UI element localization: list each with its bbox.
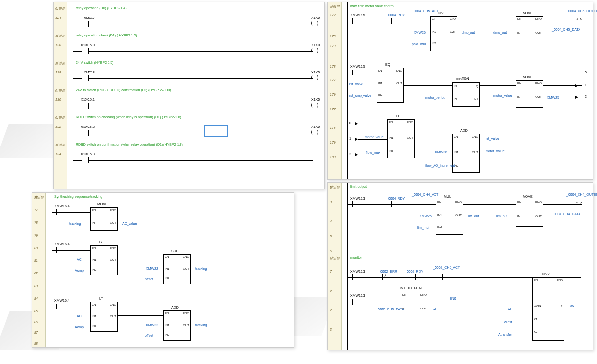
signal: _0004_CH5_DATA <box>552 28 574 31</box>
rung-desc: relay operation (D0) (HYBP2-1.4) <box>76 6 127 10</box>
move-block[interactable]: ENENO INOUT <box>516 200 543 227</box>
block-name: EQ <box>385 63 390 66</box>
row-num: 178 <box>330 126 336 129</box>
ton-block[interactable]: TON INQ PTET <box>452 82 480 107</box>
block-name: INT_TO_REAL <box>400 286 427 290</box>
div-block[interactable]: ENENO IN1OUT IN2 <box>430 16 457 51</box>
contact-label: _0004_RDY <box>386 13 405 17</box>
block-name: MUL <box>444 195 451 198</box>
signal: _0004_CH4_OUTEN <box>566 193 589 196</box>
signal: EN0 <box>450 297 456 300</box>
row-num: 128 <box>55 43 61 47</box>
row-number-gutter <box>328 183 342 350</box>
move-block[interactable]: ENENO INOUT <box>516 16 543 43</box>
signal: tracking <box>69 222 81 225</box>
rung-desc: Synthesizing sequence tracking <box>54 195 102 198</box>
signal: XMW26 <box>414 31 426 34</box>
contact-label: _0004_CH4_ACT <box>412 193 431 196</box>
selection-rect[interactable] <box>204 125 228 137</box>
signal: _0004_CH5_OUTEN <box>566 9 589 13</box>
row-num: 83 <box>34 284 38 288</box>
row-num: 177 <box>330 78 336 82</box>
signal: _0002_CH5_DATA <box>376 308 398 311</box>
signal: AC_value <box>122 222 137 225</box>
signal: AC <box>77 314 82 318</box>
row-num: 132 <box>55 125 61 128</box>
contact-label: X1X0.5.3 <box>81 152 95 156</box>
contact-label: _0004_RDY <box>386 197 405 200</box>
signal: AC <box>77 258 82 261</box>
rung-desc: 24 V switch (HYBP2-1.5) <box>76 61 113 64</box>
desc-tag: 설명문 <box>329 4 340 9</box>
row-num: 82 <box>34 272 38 275</box>
block-name: GT <box>99 240 104 244</box>
block-name: DIV <box>438 11 444 15</box>
contact-label: XMX17 <box>84 16 95 19</box>
add-block[interactable]: ENENO IN1OUT IN2 <box>452 134 480 173</box>
row-num: 86 <box>34 320 38 324</box>
row-number-gutter <box>32 193 46 347</box>
gt-block[interactable]: ENENO IN1OUT IN2 <box>90 245 118 275</box>
row-num: 85 <box>34 309 38 313</box>
move-block[interactable]: ENENO INOUT <box>90 207 118 231</box>
signal: offset <box>145 334 153 337</box>
row-num: 77 <box>34 208 38 212</box>
row-num: 178 <box>330 65 336 68</box>
signal: XMW25 <box>419 214 432 218</box>
row-num: 80 <box>34 246 38 250</box>
eq-block[interactable]: ENENO IN1OUT IN2 <box>377 68 404 103</box>
move-block-2[interactable]: ENENO INOUT <box>516 80 543 108</box>
in-label: 2 <box>349 152 351 156</box>
rung-desc: RDBD switch on confirmation (when relay … <box>76 143 183 146</box>
row-num: 3 <box>330 200 332 204</box>
row-num: 130 <box>55 98 61 101</box>
coil-label: X1X0 <box>311 43 320 47</box>
add-block[interactable]: ENENO IN1OUT IN2 <box>163 310 191 341</box>
block-name: LT <box>99 297 103 300</box>
signal: motor_value <box>493 94 516 97</box>
block-name: SUB <box>171 249 178 253</box>
int-to-real-block[interactable]: ENENO INOUT <box>401 292 428 319</box>
row-num: 79 <box>34 234 38 237</box>
lt-block[interactable]: ENENO IN1OUT IN2 <box>90 302 118 332</box>
signal: motor_value <box>365 135 385 139</box>
signal: AI <box>433 308 436 311</box>
signal: rst_valve <box>486 137 499 140</box>
desc-tag: 설명문 <box>55 34 65 38</box>
contact-label: _0002_CH5_ACT <box>433 266 453 269</box>
contact-label: X1X0.5.2 <box>81 125 95 128</box>
signal: Acmp <box>75 269 84 272</box>
signal: lim_out <box>468 214 479 218</box>
signal: const <box>504 320 512 324</box>
row-num: 172 <box>330 13 336 17</box>
mul-block[interactable]: ENENO IN1OUT IN2 <box>436 200 463 235</box>
signal: rst_cmp_valve <box>349 94 374 97</box>
signal: lim_out <box>496 214 507 218</box>
coil-label: X1X0 <box>311 16 320 19</box>
row-num: 2 <box>330 186 332 189</box>
in-label: 0 <box>349 121 351 125</box>
row-num: 179 <box>330 93 336 96</box>
row-num: 2 <box>330 309 332 312</box>
out-label: 0 <box>585 71 587 74</box>
row-num: 178 <box>330 35 336 38</box>
row-number-gutter <box>54 2 67 189</box>
div2-block[interactable]: ENENO GAIN Y X1 X2 <box>532 277 564 341</box>
desc-tag: 설명문 <box>55 88 65 93</box>
row-num: 78 <box>34 196 38 199</box>
rung-desc: RDFD switch on checking (when relay is o… <box>76 115 181 119</box>
row-num: 177 <box>330 108 336 111</box>
signal: rst_valve <box>349 82 363 86</box>
row-num: 179 <box>330 141 336 144</box>
row-num: 88 <box>34 342 38 345</box>
sub-block[interactable]: ENENO IN1OUT IN2 <box>163 254 191 284</box>
contact-label: XMW16.4 <box>54 242 70 246</box>
signal: XMW25 <box>547 96 559 99</box>
signal: tracking <box>195 323 207 327</box>
panel-bottom-left: 설명문 Synthesizing sequence tracking 78 77… <box>32 192 294 348</box>
block-name: LT <box>396 114 400 118</box>
signal: lim_mul <box>417 226 429 229</box>
contact-label: XMX18 <box>84 71 95 74</box>
lt-block[interactable]: ENENO IN1OUT IN2 <box>387 119 415 158</box>
contact-label: XMW16.4 <box>54 204 70 208</box>
